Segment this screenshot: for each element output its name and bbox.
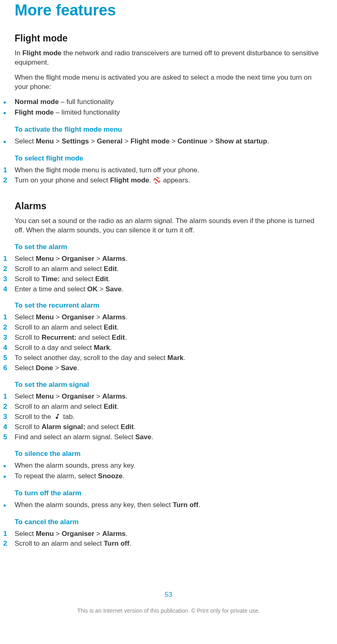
list-item: 2 Turn on your phone and select Flight m…	[3, 176, 322, 185]
list-item: 5Find and select an alarm signal. Select…	[3, 433, 322, 442]
step-number: 1	[3, 529, 15, 539]
paragraph: When the flight mode menu is activated y…	[15, 73, 322, 92]
list-item: 4Enter a time and select OK > Save.	[3, 285, 322, 294]
step-number: 3	[3, 412, 15, 422]
subheading-set-alarm: To set the alarm	[15, 243, 322, 252]
flight-mode-icon	[154, 177, 160, 184]
step-number: 4	[3, 343, 15, 353]
step-number: 2	[3, 402, 15, 412]
list-item: •To repeat the alarm, select Snooze.	[3, 472, 322, 481]
subheading-cancel: To cancel the alarm	[15, 518, 322, 527]
step-list: •When the alarm sounds, press any key. •…	[3, 461, 322, 481]
footer: 53 This is an Internet version of this p…	[0, 590, 337, 620]
list-item: 1 When the flight mode menu is activated…	[3, 166, 322, 175]
list-item: 2Scroll to an alarm and select Edit.	[3, 402, 322, 412]
paragraph: You can set a sound or the radio as an a…	[15, 217, 322, 235]
list-item: 2Scroll to an alarm and select Turn off.	[3, 539, 322, 549]
step-number: 4	[3, 423, 15, 432]
step-number: 2	[3, 323, 15, 332]
list-item: 2Scroll to an alarm and select Edit.	[3, 265, 322, 274]
list-item: 3Scroll to Time: and select Edit.	[3, 275, 322, 284]
page-title: More features	[15, 0, 322, 21]
step-number: 1	[3, 254, 15, 264]
list-item: 6Select Done > Save.	[3, 364, 322, 373]
list-item: 3Scroll to Recurrent: and select Edit.	[3, 333, 322, 343]
bullet-icon: •	[3, 137, 15, 147]
list-item: 5To select another day, scroll to the da…	[3, 353, 322, 363]
page-number: 53	[0, 590, 337, 600]
step-number: 1	[3, 313, 15, 322]
list-item: 2Scroll to an alarm and select Edit.	[3, 323, 322, 332]
step-list: •When the alarm sounds, press any key, t…	[3, 501, 322, 510]
section-alarms: Alarms You can set a sound or the radio …	[15, 200, 322, 549]
section-flight-mode: Flight mode In Flight mode the network a…	[15, 32, 322, 185]
bullet-icon: •	[3, 98, 15, 107]
subheading-recurrent: To set the recurrent alarm	[15, 301, 322, 310]
list-item: 1Select Menu > Organiser > Alarms.	[3, 254, 322, 264]
list-item: 3Scroll to the tab.	[3, 412, 322, 422]
step-number: 1	[3, 392, 15, 401]
step-list: 1Select Menu > Organiser > Alarms. 2Scro…	[3, 254, 322, 294]
step-number: 4	[3, 285, 15, 294]
step-list: 1 When the flight mode menu is activated…	[3, 166, 322, 185]
music-icon	[54, 412, 61, 422]
subheading-turnoff: To turn off the alarm	[15, 489, 322, 498]
paragraph: In Flight mode the network and radio tra…	[15, 49, 322, 67]
step-number: 2	[3, 539, 15, 549]
bullet-icon: •	[3, 108, 15, 118]
step-number: 5	[3, 353, 15, 363]
step-number: 3	[3, 333, 15, 343]
list-item: • Select Menu > Settings > General > Fli…	[3, 137, 322, 147]
bullet-icon: •	[3, 461, 15, 471]
step-number: 5	[3, 433, 15, 442]
subheading-select-flight: To select flight mode	[15, 154, 322, 163]
step-list: 1Select Menu > Organiser > Alarms. 2Scro…	[3, 529, 322, 549]
subheading-signal: To set the alarm signal	[15, 380, 322, 390]
list-item: • Flight mode – limited functionality	[3, 108, 322, 118]
footer-text: This is an Internet version of this publ…	[0, 607, 337, 615]
mode-list: • Normal mode – full functionality • Fli…	[3, 98, 322, 118]
step-list: 1Select Menu > Organiser > Alarms. 2Scro…	[3, 392, 322, 442]
heading-alarms: Alarms	[15, 200, 322, 212]
step-number: 2	[3, 176, 15, 185]
bullet-icon: •	[3, 501, 15, 510]
list-item: 1Select Menu > Organiser > Alarms.	[3, 313, 322, 322]
step-list: • Select Menu > Settings > General > Fli…	[3, 137, 322, 147]
list-item: •When the alarm sounds, press any key, t…	[3, 501, 322, 510]
heading-flight-mode: Flight mode	[15, 32, 322, 45]
step-number: 2	[3, 265, 15, 274]
list-item: 1Select Menu > Organiser > Alarms.	[3, 529, 322, 539]
bullet-icon: •	[3, 472, 15, 481]
list-item: 4Scroll to Alarm signal: and select Edit…	[3, 423, 322, 432]
list-item: 1Select Menu > Organiser > Alarms.	[3, 392, 322, 401]
step-list: 1Select Menu > Organiser > Alarms. 2Scro…	[3, 313, 322, 373]
list-item: •When the alarm sounds, press any key.	[3, 461, 322, 471]
list-item: • Normal mode – full functionality	[3, 98, 322, 107]
subheading-silence: To silence the alarm	[15, 449, 322, 459]
subheading-activate: To activate the flight mode menu	[15, 125, 322, 134]
step-number: 6	[3, 364, 15, 373]
step-number: 1	[3, 166, 15, 175]
step-number: 3	[3, 275, 15, 284]
list-item: 4Scroll to a day and select Mark.	[3, 343, 322, 353]
